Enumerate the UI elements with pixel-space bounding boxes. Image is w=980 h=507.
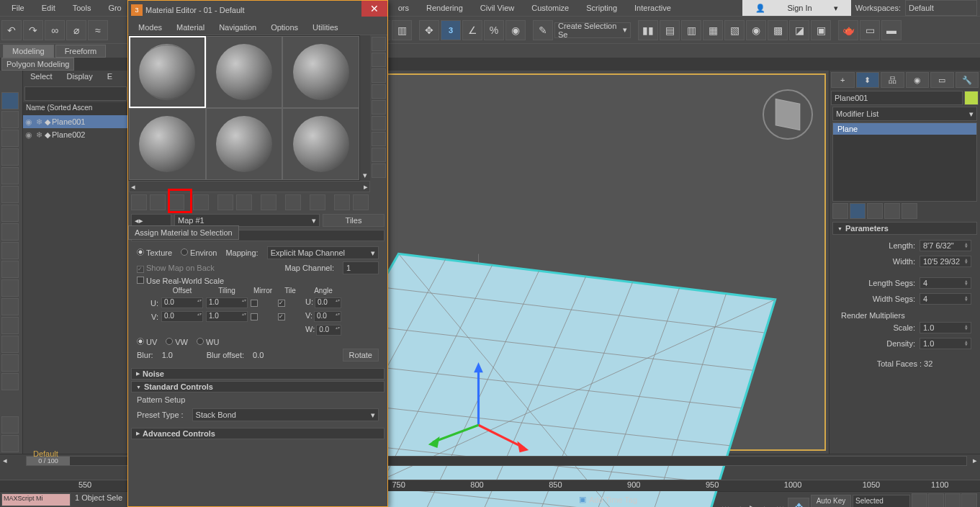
- material-slot-2[interactable]: [206, 36, 283, 108]
- density-spinner[interactable]: 1.0: [920, 338, 971, 349]
- display-a-icon[interactable]: [1, 354, 19, 372]
- me-menu-navigation[interactable]: Navigation: [212, 23, 264, 32]
- matlib-icon[interactable]: [372, 163, 386, 178]
- show-end-icon[interactable]: [334, 194, 350, 210]
- angle-snap-icon[interactable]: ∠: [462, 20, 482, 40]
- uv-radio[interactable]: [137, 338, 144, 345]
- undo-icon[interactable]: ↶: [1, 20, 22, 40]
- render-frame-icon[interactable]: ◪: [789, 20, 809, 40]
- hierarchy-tab-icon[interactable]: 品: [881, 72, 904, 88]
- render-prod-icon[interactable]: ▭: [860, 20, 880, 40]
- u-tiling-spinner[interactable]: 1.0: [206, 297, 248, 308]
- ribbon-tab-modeling[interactable]: Modeling: [3, 45, 54, 58]
- rollout-advanced-controls[interactable]: Advanced Controls: [131, 428, 385, 439]
- show-map-check[interactable]: [137, 266, 144, 273]
- display-helpers-icon[interactable]: [1, 186, 19, 203]
- texture-radio[interactable]: [137, 248, 144, 256]
- material-editor-icon[interactable]: ◉: [746, 20, 766, 40]
- move-icon[interactable]: ✥: [419, 20, 439, 40]
- me-menu-options[interactable]: Options: [264, 23, 305, 32]
- se-search-input[interactable]: [24, 86, 127, 101]
- display-b-icon[interactable]: [1, 373, 19, 390]
- maxscript-mini[interactable]: MAXScript Mi: [1, 493, 71, 506]
- zoom-icon[interactable]: [912, 493, 927, 507]
- menu-interactive[interactable]: Interactive: [626, 4, 680, 12]
- link-icon[interactable]: ∞: [45, 20, 65, 40]
- cube-icon[interactable]: ▣: [579, 495, 586, 504]
- get-material-icon[interactable]: [131, 194, 147, 210]
- tiles-type-button[interactable]: Tiles: [323, 214, 385, 227]
- wsegs-spinner[interactable]: 4: [920, 293, 971, 305]
- spinner-snap-icon[interactable]: ◉: [505, 20, 526, 40]
- display-cameras-icon[interactable]: [1, 167, 19, 184]
- options-icon[interactable]: [372, 132, 386, 146]
- v-mirror-check[interactable]: [251, 313, 258, 320]
- menu-civilview[interactable]: Civil View: [472, 4, 523, 12]
- go-parent-icon[interactable]: [353, 194, 369, 210]
- material-slot-4[interactable]: [129, 108, 206, 180]
- pin-stack-icon[interactable]: [832, 203, 848, 219]
- ribbon-panel-polygon[interactable]: Polygon Modeling: [1, 58, 74, 71]
- mirror-icon[interactable]: ▥: [392, 20, 412, 40]
- stack-item-plane[interactable]: Plane: [833, 123, 976, 135]
- teapot-icon[interactable]: 🫖: [838, 20, 858, 40]
- slot-hscroll[interactable]: ◂▸: [129, 181, 370, 192]
- snap-toggle-icon[interactable]: 3: [441, 20, 461, 40]
- close-button[interactable]: ✕: [361, 1, 387, 17]
- ribbon-tab-freeform[interactable]: Freeform: [55, 45, 107, 58]
- menu-rendering[interactable]: Rendering: [418, 4, 472, 12]
- material-slot-1[interactable]: [129, 36, 206, 108]
- motion-tab-icon[interactable]: ◉: [906, 72, 930, 88]
- material-slot-5[interactable]: [206, 108, 283, 180]
- display-container-icon[interactable]: [1, 279, 19, 297]
- v-tiling-spinner[interactable]: 1.0: [206, 311, 248, 322]
- blur-spinner[interactable]: 1.0: [162, 351, 198, 359]
- select-by-mat-icon[interactable]: [372, 148, 386, 162]
- blur-offset-spinner[interactable]: 0.0: [253, 351, 289, 359]
- width-spinner[interactable]: 10'5 29/32: [920, 256, 971, 267]
- make-unique-icon[interactable]: [236, 194, 252, 210]
- display-col-icon[interactable]: [1, 435, 19, 452]
- display-lights-icon[interactable]: [1, 148, 19, 166]
- named-selection-dropdown[interactable]: Create Selection Se▾: [554, 22, 631, 38]
- mirror-tool-icon[interactable]: ▮▮: [638, 20, 658, 40]
- me-menu-modes[interactable]: Modes: [131, 23, 169, 32]
- viewcube[interactable]: [763, 89, 813, 140]
- scale-spinner[interactable]: 1.0: [920, 322, 971, 333]
- u-mirror-check[interactable]: [251, 300, 258, 307]
- put-to-lib-icon[interactable]: [261, 194, 277, 210]
- configure-icon[interactable]: [902, 203, 917, 219]
- render-setup-icon[interactable]: ▩: [768, 20, 788, 40]
- display-shapes-icon[interactable]: [1, 130, 19, 147]
- make-preview-icon[interactable]: [372, 116, 386, 130]
- object-name-input[interactable]: [831, 91, 963, 105]
- visibility-icon[interactable]: ◉: [24, 130, 33, 140]
- workspaces-dropdown[interactable]: Default: [905, 0, 977, 16]
- zoom-ext-icon[interactable]: [945, 493, 961, 507]
- percent-snap-icon[interactable]: %: [484, 20, 504, 40]
- display-sep-icon[interactable]: [1, 336, 19, 353]
- bind-icon[interactable]: ≈: [88, 20, 108, 40]
- background-icon[interactable]: [372, 68, 386, 83]
- slot-vscroll[interactable]: ▾: [360, 171, 370, 181]
- backlight-icon[interactable]: [372, 53, 386, 67]
- map-channel-spinner[interactable]: 1: [343, 261, 379, 274]
- modify-tab-icon[interactable]: ⬍: [856, 72, 880, 88]
- video-color-icon[interactable]: [372, 100, 386, 115]
- rotate-button[interactable]: Rotate: [343, 349, 379, 362]
- real-world-check[interactable]: [137, 277, 144, 284]
- se-tab-e[interactable]: E: [100, 71, 120, 85]
- curve-editor-icon[interactable]: ▦: [703, 20, 723, 40]
- fov-icon[interactable]: [961, 493, 977, 507]
- modifier-stack[interactable]: Plane: [832, 122, 977, 202]
- zoom-all-icon[interactable]: [928, 493, 944, 507]
- u-tile-check[interactable]: [278, 300, 285, 307]
- me-menu-utilities[interactable]: Utilities: [305, 23, 345, 32]
- put-to-scene-icon[interactable]: [150, 194, 166, 210]
- make-copy-icon[interactable]: [217, 194, 233, 210]
- display-xrefs-icon[interactable]: [1, 242, 19, 259]
- v-tile-check[interactable]: [278, 313, 285, 320]
- environ-radio[interactable]: [181, 248, 188, 256]
- menu-file[interactable]: File: [3, 4, 33, 12]
- me-menu-material[interactable]: Material: [169, 23, 212, 32]
